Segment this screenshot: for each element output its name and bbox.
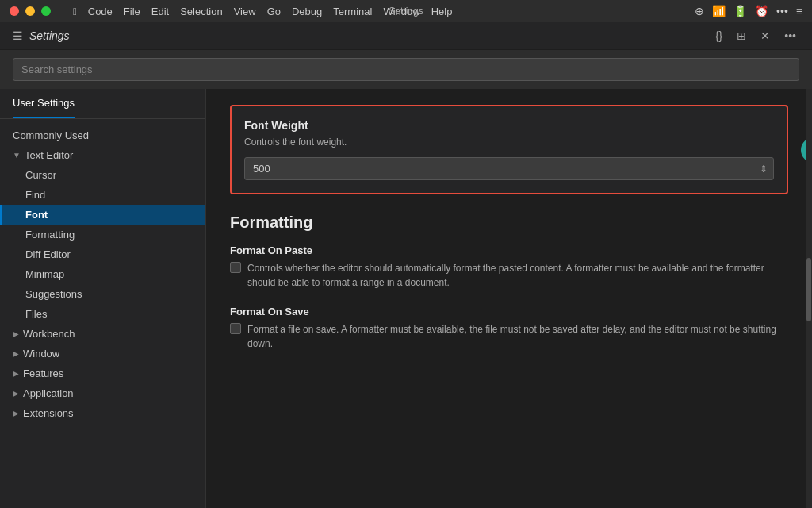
dots-icon: ••• [776, 5, 788, 17]
sidebar-tabs: User Settings [0, 89, 205, 119]
formatting-label: Formatting [25, 229, 75, 241]
application-arrow-icon: ▶ [13, 389, 19, 398]
fullscreen-window-button[interactable] [41, 6, 51, 16]
files-label: Files [25, 308, 47, 320]
sidebar-item-features[interactable]: ▶ Features [0, 364, 205, 383]
selection-menu[interactable]: Selection [180, 6, 222, 17]
minimize-window-button[interactable] [25, 6, 35, 16]
split-editor-button[interactable]: ⊞ [733, 28, 749, 44]
format-on-paste-description: Controls whether the editor should autom… [247, 261, 788, 290]
window-title: Settings [389, 6, 423, 17]
text-editor-arrow-icon: ▼ [13, 151, 21, 160]
settings-tab-label[interactable]: Settings [29, 29, 70, 42]
sidebar-item-files[interactable]: Files [0, 304, 205, 324]
sidebar-item-formatting[interactable]: Formatting [0, 225, 205, 244]
sidebar-item-suggestions[interactable]: Suggestions [0, 284, 205, 304]
sidebar-item-find[interactable]: Find [0, 185, 205, 205]
sidebar-item-minimap[interactable]: Minimap [0, 264, 205, 284]
apple-menu[interactable]:  [73, 6, 77, 17]
file-menu[interactable]: File [124, 6, 140, 17]
minimap-label: Minimap [25, 268, 64, 280]
format-on-paste-checkbox[interactable] [230, 262, 241, 273]
extensions-label: Extensions [23, 407, 74, 419]
tab-bar: ☰ Settings {} ⊞ ✕ ••• [0, 22, 812, 50]
font-weight-section: Font Weight Controls the font weight. 50… [230, 105, 788, 194]
user-settings-tab[interactable]: User Settings [13, 89, 75, 118]
format-on-save-checkbox[interactable] [230, 323, 241, 334]
sidebar: User Settings Commonly Used ▼ Text Edito… [0, 89, 206, 508]
edit-menu[interactable]: Edit [151, 6, 169, 17]
sidebar-item-commonly-used[interactable]: Commonly Used [0, 125, 205, 145]
features-arrow-icon: ▶ [13, 369, 19, 378]
sidebar-toggle-icon[interactable]: ☰ [13, 29, 23, 42]
sidebar-item-workbench[interactable]: ▶ Workbench [0, 324, 205, 344]
text-editor-label: Text Editor [25, 149, 73, 161]
title-bar:  Code File Edit Selection View Go Debug… [0, 0, 812, 22]
format-on-paste-title: Format On Paste [230, 244, 788, 256]
more-actions-button[interactable]: ••• [781, 28, 799, 44]
diff-editor-label: Diff Editor [25, 248, 71, 260]
control-center-icon: ⊕ [695, 5, 704, 17]
search-input[interactable] [13, 58, 799, 81]
sidebar-item-application[interactable]: ▶ Application [0, 383, 205, 403]
format-on-paste-item: Format On Paste Controls whether the edi… [230, 244, 788, 290]
application-label: Application [23, 387, 74, 399]
go-menu[interactable]: Go [267, 6, 281, 17]
formatting-section: Formatting Format On Paste Controls whet… [230, 214, 788, 351]
debug-menu[interactable]: Debug [292, 6, 322, 17]
system-icons: ⊕ 📶 🔋 ⏰ ••• ≡ [695, 5, 802, 17]
open-json-button[interactable]: {} [712, 28, 726, 44]
extensions-arrow-icon: ▶ [13, 409, 19, 418]
font-weight-select[interactable]: 500 normal bold 100 200 300 400 600 700 … [244, 157, 774, 180]
sidebar-item-font[interactable]: Font [0, 205, 205, 225]
font-weight-title: Font Weight [244, 119, 774, 132]
scrollbar[interactable] [806, 89, 812, 508]
active-indicator [0, 205, 2, 225]
tab-bar-left: ☰ Settings [13, 29, 70, 42]
formatting-section-title: Formatting [230, 214, 788, 232]
tab-bar-actions: {} ⊞ ✕ ••• [712, 28, 799, 44]
view-menu[interactable]: View [234, 6, 256, 17]
title-bar-left:  Code File Edit Selection View Go Debug… [10, 6, 452, 17]
help-menu[interactable]: Help [431, 6, 453, 17]
format-on-save-description: Format a file on save. A formatter must … [247, 322, 788, 351]
suggestions-label: Suggestions [25, 288, 82, 300]
workbench-arrow-icon: ▶ [13, 329, 19, 338]
commonly-used-label: Commonly Used [13, 129, 89, 141]
wifi-icon: 📶 [712, 5, 726, 17]
format-on-save-item: Format On Save Format a file on save. A … [230, 306, 788, 351]
scrollbar-thumb[interactable] [806, 258, 811, 321]
clock-icon: ⏰ [755, 5, 768, 17]
sidebar-nav: Commonly Used ▼ Text Editor Cursor Find … [0, 119, 205, 429]
battery-icon: 🔋 [733, 5, 747, 17]
format-on-save-title: Format On Save [230, 306, 788, 318]
close-window-button[interactable] [10, 6, 19, 16]
format-on-save-desc-wrapper: Format a file on save. A formatter must … [230, 322, 788, 351]
window-arrow-icon: ▶ [13, 349, 19, 358]
sidebar-item-cursor[interactable]: Cursor [0, 165, 205, 185]
window-label: Window [23, 348, 59, 360]
font-label: Font [25, 209, 48, 221]
sidebar-item-extensions[interactable]: ▶ Extensions [0, 403, 205, 423]
main-area: User Settings Commonly Used ▼ Text Edito… [0, 89, 812, 508]
close-tab-button[interactable]: ✕ [757, 28, 773, 44]
font-weight-description: Controls the font weight. [244, 137, 774, 148]
format-on-paste-desc-wrapper: Controls whether the editor should autom… [230, 261, 788, 290]
sidebar-item-text-editor[interactable]: ▼ Text Editor [0, 145, 205, 165]
search-bar [0, 50, 812, 89]
code-menu[interactable]: Code [88, 6, 113, 17]
find-label: Find [25, 189, 45, 201]
menu-icon: ≡ [796, 5, 802, 17]
workbench-label: Workbench [23, 328, 75, 340]
content-area: Font Weight Controls the font weight. 50… [206, 89, 812, 508]
sidebar-item-window[interactable]: ▶ Window [0, 344, 205, 364]
features-label: Features [23, 368, 63, 379]
sidebar-item-diff-editor[interactable]: Diff Editor [0, 244, 205, 264]
terminal-menu[interactable]: Terminal [333, 6, 372, 17]
font-weight-select-wrapper: 500 normal bold 100 200 300 400 600 700 … [244, 157, 774, 180]
cursor-label: Cursor [25, 169, 56, 181]
